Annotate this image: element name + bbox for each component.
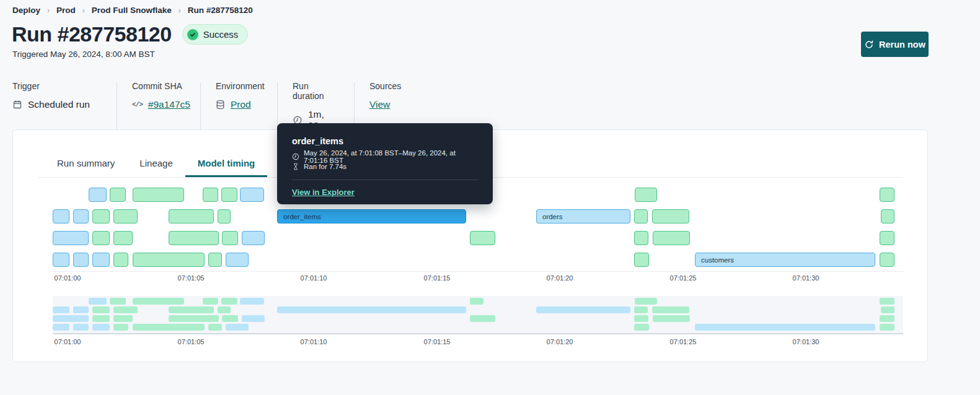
divider [292, 180, 478, 180]
gantt-bar[interactable] [470, 231, 495, 245]
gantt-bar[interactable] [222, 231, 238, 245]
gantt-bar[interactable] [634, 209, 648, 224]
gantt-bar-label: orders [537, 213, 563, 220]
axis-tick-label: 07:01:30 [793, 338, 819, 345]
trigger-value: Scheduled run [28, 99, 90, 110]
tab-model-timing[interactable]: Model timing [185, 149, 268, 177]
minimap-bar [635, 298, 657, 305]
gantt-bar[interactable] [92, 231, 110, 245]
minimap-bar [73, 306, 89, 313]
breadcrumb-prod[interactable]: Prod [56, 6, 76, 15]
gantt-bar[interactable] [92, 209, 110, 224]
gantt-bar[interactable] [169, 231, 219, 245]
breadcrumb-deploy[interactable]: Deploy [12, 6, 40, 15]
minimap-bar [208, 324, 222, 331]
gantt-bar[interactable] [881, 209, 894, 224]
run-page: Deploy › Prod › Prod Full Snowflake › Ru… [0, 0, 980, 395]
minimap-strip[interactable] [53, 296, 903, 334]
axis-tick-label: 07:01:10 [301, 274, 327, 282]
gantt-bar[interactable] [880, 231, 894, 245]
tooltip-duration: Ran for 7.74s [304, 163, 347, 170]
minimap-bar [169, 315, 219, 322]
gantt-bar-label: customers [695, 256, 734, 264]
minimap-bar [653, 315, 690, 322]
minimap-bar [881, 306, 894, 313]
divider [277, 82, 278, 131]
minimap-bar [240, 298, 264, 305]
gantt-bar[interactable] [110, 188, 126, 202]
title-row: Run #287758120 Success [12, 22, 248, 46]
clock-icon [292, 153, 299, 160]
gantt-bar[interactable] [208, 253, 222, 267]
minimap-bar [110, 298, 126, 305]
gantt-bar[interactable] [635, 188, 657, 202]
axis-tick-label: 07:01:05 [178, 274, 205, 282]
gantt-bar[interactable] [113, 231, 133, 245]
minimap-bar [133, 298, 184, 305]
gantt-bar[interactable] [653, 231, 690, 245]
gantt-bar[interactable] [169, 209, 214, 224]
gantt-bar[interactable] [203, 188, 218, 202]
tab-lineage[interactable]: Lineage [127, 149, 185, 177]
minimap-x-axis: 07:01:0007:01:0507:01:1007:01:1507:01:20… [53, 338, 903, 347]
meta-label: Trigger [12, 81, 102, 91]
commit-sha-link[interactable]: #9a147c5 [148, 99, 190, 110]
axis-tick-label: 07:01:10 [301, 338, 327, 345]
sources-view-link[interactable]: View [369, 99, 390, 110]
code-icon: </> [132, 101, 143, 108]
rerun-now-button[interactable]: Rerun now [861, 32, 929, 57]
gantt-bar[interactable] [652, 209, 689, 224]
gantt-bar[interactable] [133, 188, 184, 202]
gantt-bar-orders[interactable]: orders [536, 209, 630, 224]
gantt-bar[interactable] [240, 188, 264, 202]
minimap-bar [634, 324, 649, 331]
gantt-bar[interactable] [226, 253, 249, 267]
axis-tick-label: 07:01:30 [793, 274, 819, 282]
minimap-bar [880, 298, 894, 305]
breadcrumb-job[interactable]: Prod Full Snowflake [92, 6, 172, 15]
gantt-bar[interactable] [634, 253, 649, 267]
gantt-bar-order_items[interactable]: order_items [277, 209, 466, 224]
gantt-bar[interactable] [73, 209, 89, 224]
gantt-bar[interactable] [113, 253, 128, 267]
minimap-bar [880, 324, 894, 331]
gantt-bar-customers[interactable]: customers [695, 253, 875, 267]
view-in-explorer-link[interactable]: View in Explorer [292, 188, 355, 197]
gantt-bar[interactable] [53, 231, 89, 245]
gantt-bar[interactable] [73, 253, 89, 267]
gantt-bar[interactable] [53, 209, 69, 224]
triggered-timestamp: Triggered May 26, 2024, 8:00 AM BST [12, 50, 155, 59]
minimap-bar [695, 324, 875, 331]
gantt-bar[interactable] [880, 253, 894, 267]
gantt-bar[interactable] [92, 253, 110, 267]
page-title: Run #287758120 [12, 22, 172, 46]
minimap-bar [169, 306, 214, 313]
minimap-bar [470, 298, 483, 305]
divider [117, 82, 117, 131]
gantt-bar[interactable] [634, 231, 648, 245]
minimap-bar [634, 315, 648, 322]
axis-line [53, 271, 903, 272]
gantt-bar[interactable] [221, 188, 237, 202]
chevron-right-icon: › [82, 6, 85, 15]
meta-label: Sources [369, 81, 401, 91]
gantt-x-axis: 07:01:0007:01:0507:01:1007:01:1507:01:20… [53, 274, 903, 283]
gantt-bar[interactable] [242, 231, 265, 245]
gantt-bar[interactable] [53, 253, 69, 267]
tab-run-summary[interactable]: Run summary [45, 149, 127, 177]
meta-environment: Environment Prod [216, 81, 262, 131]
minimap-bar [73, 324, 89, 331]
status-badge-label: Success [203, 29, 239, 40]
environment-link[interactable]: Prod [231, 99, 251, 110]
gantt-bar[interactable] [880, 188, 894, 202]
meta-label: Commit SHA [132, 81, 185, 91]
minimap-bar [113, 315, 133, 322]
gantt-bar[interactable] [133, 253, 205, 267]
minimap-bar [89, 298, 107, 305]
gantt-bar[interactable] [89, 188, 107, 202]
minimap-bar [133, 324, 205, 331]
axis-tick-label: 07:01:20 [547, 338, 573, 345]
minimap-bar [53, 324, 69, 331]
gantt-bar[interactable] [218, 209, 231, 224]
gantt-bar[interactable] [113, 209, 138, 224]
